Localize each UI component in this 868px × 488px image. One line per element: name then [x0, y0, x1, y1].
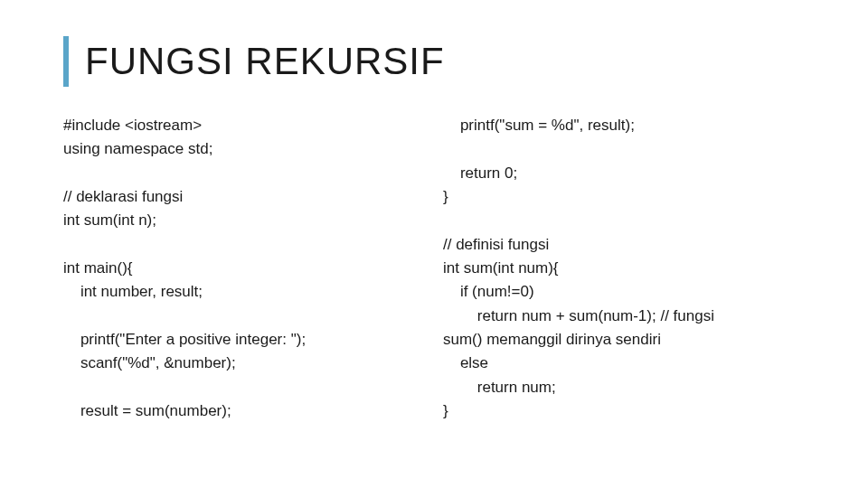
code-line: // deklarasi fungsi: [63, 185, 425, 209]
code-line: using namespace std;: [63, 137, 425, 161]
code-line: return num;: [443, 376, 805, 399]
code-line: printf("sum = %d", result);: [443, 114, 805, 137]
code-line: [63, 162, 425, 185]
code-line: [443, 209, 805, 232]
code-line: else: [443, 352, 805, 375]
content-columns: #include <iostream> using namespace std;…: [63, 114, 805, 423]
code-line: [443, 137, 805, 161]
code-line: [63, 376, 425, 399]
code-line: if (num!=0): [443, 280, 805, 304]
code-line: return 0;: [443, 162, 805, 185]
code-line: sum() memanggil dirinya sendiri: [443, 328, 805, 352]
code-line: scanf("%d", &number);: [63, 352, 425, 375]
left-column: #include <iostream> using namespace std;…: [63, 114, 425, 423]
code-line: result = sum(number);: [63, 399, 425, 423]
code-line: }: [443, 399, 805, 423]
code-line: }: [443, 185, 805, 209]
code-line: int sum(int n);: [63, 209, 425, 232]
slide-title: FUNGSI REKURSIF: [85, 40, 445, 83]
code-line: int main(){: [63, 257, 425, 280]
code-line: #include <iostream>: [63, 114, 425, 137]
code-line: return num + sum(num-1); // fungsi: [443, 305, 805, 328]
code-line: // definisi fungsi: [443, 233, 805, 257]
code-line: printf("Enter a positive integer: ");: [63, 328, 425, 352]
right-column: printf("sum = %d", result); return 0; } …: [443, 114, 805, 423]
title-block: FUNGSI REKURSIF: [63, 36, 805, 87]
code-line: int number, result;: [63, 280, 425, 304]
code-line: [63, 233, 425, 257]
code-line: [63, 305, 425, 328]
code-line: int sum(int num){: [443, 257, 805, 280]
accent-bar: [63, 36, 69, 87]
slide: FUNGSI REKURSIF #include <iostream> usin…: [0, 0, 868, 488]
